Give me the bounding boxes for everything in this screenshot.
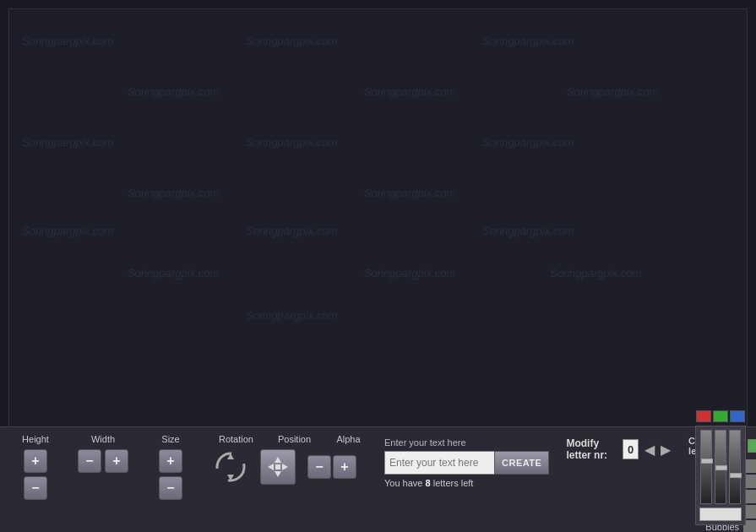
size-stepper: + xyxy=(159,449,182,473)
width-minus-button[interactable]: − xyxy=(78,449,101,473)
green-slider-thumb xyxy=(715,465,727,470)
alpha-label: Alpha xyxy=(329,434,367,444)
rotation-icon[interactable] xyxy=(213,449,248,485)
svg-marker-4 xyxy=(275,471,281,477)
size-minus-button[interactable]: − xyxy=(159,476,182,500)
watermark: Soringpargpix.com xyxy=(128,85,219,98)
watermark: Soringpargpix.com xyxy=(482,136,574,149)
watermark: Soringpargpix.com xyxy=(482,35,574,47)
text-input-group: Enter your text here CREATE You have 8 l… xyxy=(384,437,549,488)
modify-next-button[interactable]: ▶ xyxy=(661,439,672,459)
text-input[interactable] xyxy=(384,451,494,475)
watermark: Soringpargpix.com xyxy=(246,225,337,237)
all-letters-swatch[interactable] xyxy=(748,439,756,453)
rgb-sliders-panel xyxy=(695,410,746,525)
width-plus-button[interactable]: + xyxy=(105,449,128,473)
rotation-label: Rotation xyxy=(213,434,259,444)
size-group: Size + − xyxy=(145,434,196,500)
sliders-box xyxy=(695,426,746,525)
watermark: Soringpargpix.com xyxy=(128,267,219,280)
watermark: Soringpargpix.com xyxy=(482,225,574,237)
green-slider-wrapper xyxy=(715,430,726,504)
lower-icons-row: − + xyxy=(213,449,367,485)
watermark: Soringpargpix.com xyxy=(22,35,113,47)
watermark: Soringpargpix.com xyxy=(550,267,641,280)
blue-slider-thumb xyxy=(730,473,742,478)
rgb-buttons xyxy=(696,410,745,422)
width-group: Width − + xyxy=(78,434,128,473)
watermark: Soringpargpix.com xyxy=(364,85,455,98)
watermark: Soringpargpix.com xyxy=(22,225,113,237)
letters-left-text: You have 8 letters left xyxy=(384,478,549,488)
control-panel: Height + − Width − + Size + − Rotation P… xyxy=(0,426,756,532)
modify-row: Modify letter nr: 0 ◀ ▶ xyxy=(566,437,672,461)
modify-number: 0 xyxy=(628,443,634,456)
watermark: Soringpargpix.com xyxy=(364,187,455,199)
letters-count: 8 xyxy=(426,478,431,488)
size-minus-row: − xyxy=(159,476,182,500)
green-slider-track[interactable] xyxy=(715,430,726,504)
alpha-plus-button[interactable]: + xyxy=(333,455,356,479)
svg-marker-3 xyxy=(275,457,281,463)
alpha-minus-button[interactable]: − xyxy=(307,455,331,479)
modify-number-box: 0 xyxy=(623,439,639,459)
height-minus-button[interactable]: − xyxy=(24,476,47,500)
height-stepper: + xyxy=(24,449,47,473)
position-icon[interactable] xyxy=(260,449,296,485)
height-label: Height xyxy=(22,434,49,444)
red-button[interactable] xyxy=(696,410,711,422)
blue-slider-wrapper xyxy=(729,430,741,504)
three-sliders xyxy=(700,430,741,504)
green-button[interactable] xyxy=(713,410,728,422)
watermark: Soringpargpix.com xyxy=(22,136,113,149)
size-plus-button[interactable]: + xyxy=(159,449,182,473)
text-input-row: CREATE xyxy=(384,451,549,475)
height-plus-button[interactable]: + xyxy=(24,449,47,473)
red-slider-thumb xyxy=(701,459,713,464)
lower-labels-row: Rotation Position Alpha xyxy=(213,434,367,446)
alpha-stepper: − + xyxy=(307,455,356,479)
modify-group: Modify letter nr: 0 ◀ ▶ xyxy=(566,437,672,461)
watermark: Soringpargpix.com xyxy=(128,187,219,199)
create-button[interactable]: CREATE xyxy=(494,451,549,475)
svg-rect-7 xyxy=(275,464,280,470)
canvas-area: Soringpargpix.com Soringpargpix.com Sori… xyxy=(8,8,748,431)
height-group: Height + − xyxy=(10,434,61,500)
watermark: Soringpargpix.com xyxy=(246,309,337,322)
position-label: Position xyxy=(271,434,318,444)
blue-button[interactable] xyxy=(730,410,745,422)
size-label: Size xyxy=(161,434,179,444)
text-input-label: Enter your text here xyxy=(384,437,549,448)
watermark: Soringpargpix.com xyxy=(567,85,658,98)
modify-prev-button[interactable]: ◀ xyxy=(644,439,655,459)
watermark: Soringpargpix.com xyxy=(246,35,337,47)
red-slider-track[interactable] xyxy=(700,430,712,504)
modify-label: Modify letter nr: xyxy=(566,437,617,461)
watermark: Soringpargpix.com xyxy=(246,136,337,149)
watermark: Soringpargpix.com xyxy=(364,267,455,280)
red-slider-wrapper xyxy=(700,430,712,504)
width-label: Width xyxy=(91,434,115,444)
blue-slider-track[interactable] xyxy=(729,430,741,504)
svg-marker-5 xyxy=(268,464,274,470)
lower-controls: Rotation Position Alpha xyxy=(213,434,367,485)
height-minus-row: − xyxy=(24,476,47,500)
width-stepper: − + xyxy=(78,449,128,473)
color-preview xyxy=(699,508,742,521)
svg-marker-6 xyxy=(282,464,288,470)
